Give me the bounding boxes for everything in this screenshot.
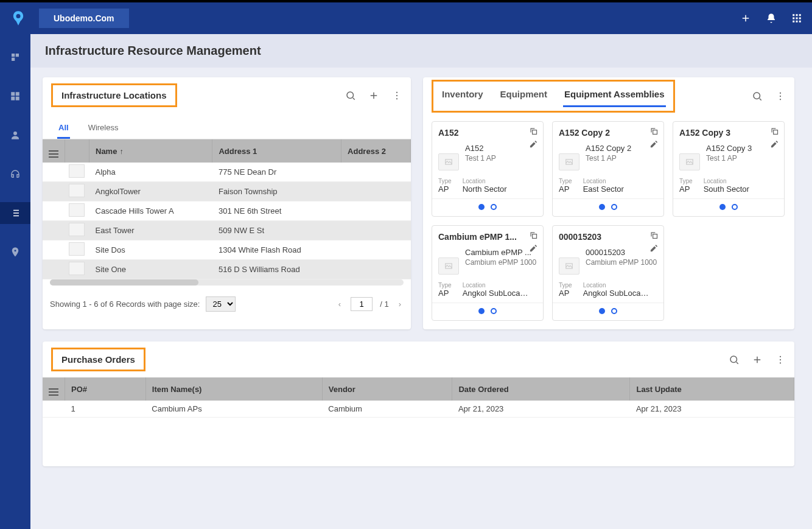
svg-point-24 <box>780 99 781 100</box>
thumbnail-icon <box>69 242 85 256</box>
table-row[interactable]: 1 Cambium APs Cambium Apr 21, 2023 Apr 2… <box>43 401 794 418</box>
table-row[interactable]: AngkolTower Faison Township <box>43 182 411 201</box>
image-placeholder-icon <box>438 257 459 275</box>
edit-icon[interactable] <box>770 139 779 149</box>
locations-table: Name↑ Address 1 Address 2 Alpha 775 NE D… <box>43 139 411 279</box>
card-type: AP <box>438 184 452 194</box>
nav-item-1[interactable] <box>0 46 30 68</box>
more-icon[interactable] <box>775 354 786 365</box>
card-pager-dots[interactable] <box>432 198 543 216</box>
horizontal-scrollbar[interactable] <box>50 279 404 286</box>
copy-icon[interactable] <box>770 127 779 136</box>
svg-rect-4 <box>796 18 798 19</box>
add-icon[interactable] <box>368 90 379 101</box>
edit-icon[interactable] <box>529 243 538 253</box>
copy-icon[interactable] <box>649 231 659 240</box>
hamburger-icon[interactable] <box>49 150 58 158</box>
table-row[interactable]: Site Dos 1304 White Flash Road <box>43 240 411 260</box>
table-row[interactable]: East Tower 509 NW E St <box>43 221 411 240</box>
assembly-card[interactable]: A152 Copy 3 A152 Copy 3 Test 1 AP TypeAP… <box>673 121 785 217</box>
col-vendor[interactable]: Vendor <box>322 377 452 401</box>
copy-icon[interactable] <box>649 127 659 136</box>
card-sub: Test 1 AP <box>706 154 752 163</box>
svg-rect-31 <box>533 234 537 239</box>
assemblies-tabs: Inventory Equipment Equipment Assemblies <box>432 80 675 113</box>
subtab-wireless[interactable]: Wireless <box>87 118 120 139</box>
prev-page[interactable]: ‹ <box>336 297 343 311</box>
col-ordered[interactable]: Date Ordered <box>452 377 630 401</box>
col-addr2[interactable]: Address 2 <box>341 139 411 163</box>
org-selector[interactable]: Ubodemo.Com <box>39 9 129 28</box>
card-title: A152 Copy 3 <box>679 128 778 138</box>
cell-addr2 <box>341 260 411 279</box>
cell-name: Alpha <box>89 163 212 182</box>
card-pager-dots[interactable] <box>673 198 784 216</box>
nav-item-user[interactable] <box>0 124 30 146</box>
tab-inventory[interactable]: Inventory <box>441 85 485 107</box>
logo-icon <box>10 10 27 27</box>
page-input[interactable] <box>351 297 373 311</box>
add-icon[interactable] <box>740 13 751 24</box>
search-icon[interactable] <box>345 90 356 101</box>
assembly-card[interactable]: A152 Copy 2 A152 Copy 2 Test 1 AP TypeAP… <box>552 121 664 217</box>
tab-assemblies[interactable]: Equipment Assemblies <box>563 85 666 107</box>
assembly-card[interactable]: Cambium ePMP 1... Cambium ePMP ... Cambi… <box>432 225 544 321</box>
edit-icon[interactable] <box>649 139 659 149</box>
card-title: A152 Copy 2 <box>559 128 657 138</box>
nav-item-list[interactable] <box>0 202 30 224</box>
tab-equipment[interactable]: Equipment <box>499 85 549 107</box>
nav-item-2[interactable] <box>0 85 30 107</box>
add-icon[interactable] <box>752 354 763 365</box>
nav-item-location[interactable] <box>0 241 30 263</box>
search-icon[interactable] <box>729 354 740 365</box>
assembly-card[interactable]: 000015203 000015203 Cambium ePMP 1000 Ty… <box>552 225 664 321</box>
card-title: 000015203 <box>559 232 657 242</box>
cell-addr1: 775 NE Dean Dr <box>212 163 341 182</box>
col-updated[interactable]: Last Update <box>630 377 794 401</box>
edit-icon[interactable] <box>529 139 538 149</box>
svg-rect-27 <box>653 130 657 135</box>
card-name: 000015203 <box>586 248 653 257</box>
card-location: Angkol SubLocati... <box>463 289 530 298</box>
more-icon[interactable] <box>775 91 786 102</box>
bell-icon[interactable] <box>766 13 777 24</box>
card-type: AP <box>438 289 452 298</box>
assembly-card[interactable]: A152 A152 Test 1 AP TypeAP LocationNorth… <box>432 121 544 217</box>
col-name[interactable]: Name↑ <box>89 139 212 163</box>
col-item[interactable]: Item Name(s) <box>145 377 322 401</box>
svg-rect-10 <box>16 54 19 57</box>
cell-addr1: 516 D S Williams Road <box>212 260 341 279</box>
copy-icon[interactable] <box>529 127 538 136</box>
card-pager-dots[interactable] <box>553 303 663 320</box>
edit-icon[interactable] <box>649 243 659 253</box>
search-icon[interactable] <box>752 91 763 102</box>
svg-rect-6 <box>793 21 794 23</box>
next-page[interactable]: › <box>396 297 404 311</box>
hamburger-icon[interactable] <box>49 388 58 396</box>
table-row[interactable]: Alpha 775 NE Dean Dr <box>43 163 411 182</box>
apps-icon[interactable] <box>791 13 802 24</box>
main-content: Infrastructure Resource Management Infra… <box>30 34 812 529</box>
cell-addr1: Faison Township <box>212 182 341 201</box>
card-type: AP <box>559 289 572 298</box>
cell-addr2 <box>341 182 411 201</box>
more-icon[interactable] <box>391 90 402 101</box>
card-pager-dots[interactable] <box>553 198 663 216</box>
card-title: Cambium ePMP 1... <box>438 232 537 242</box>
svg-rect-7 <box>796 21 798 23</box>
thumbnail-icon <box>69 262 85 275</box>
card-sub: Cambium ePMP 1000 <box>586 258 657 267</box>
svg-rect-9 <box>12 54 15 57</box>
subtab-all[interactable]: All <box>57 118 70 139</box>
svg-point-21 <box>754 93 760 99</box>
copy-icon[interactable] <box>529 231 538 240</box>
nav-item-support[interactable] <box>0 163 30 185</box>
col-po[interactable]: PO# <box>65 377 146 401</box>
col-addr1[interactable]: Address 1 <box>212 139 341 163</box>
locations-subtabs: All Wireless <box>43 113 411 139</box>
table-row[interactable]: Site One 516 D S Williams Road <box>43 260 411 279</box>
table-row[interactable]: Cascade Hills Tower A 301 NE 6th Street <box>43 201 411 221</box>
svg-rect-3 <box>793 18 794 19</box>
card-pager-dots[interactable] <box>432 303 543 320</box>
page-size-select[interactable]: 25 <box>206 296 236 312</box>
